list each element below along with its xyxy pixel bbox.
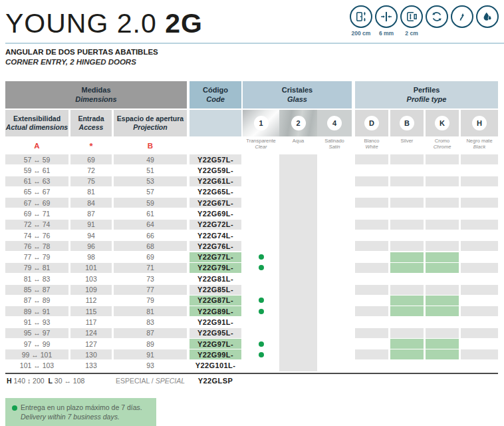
cell-clear-glass [243, 230, 279, 240]
footnote-en: Delivery within 7 business days. [21, 412, 150, 421]
cell-clear-glass [243, 263, 279, 273]
special-l-label: L [48, 377, 52, 385]
cell-access: 112 [70, 296, 112, 306]
special-label: ESPECIAL / SPECIAL [114, 377, 187, 385]
cell-clear-glass [243, 220, 279, 230]
group-header-code-en: Code [206, 95, 225, 105]
cell-satin-glass [317, 296, 352, 306]
cell-profile-chrome [426, 165, 459, 175]
profile-swatch-silver: B [390, 110, 424, 136]
feature-reversible [424, 5, 449, 37]
cell-access: 91 [70, 220, 112, 230]
glass-badge-4: 4 [327, 116, 342, 130]
glass-swatch-aqua: 2 [279, 110, 317, 136]
cell-profile-white [355, 220, 388, 230]
column-header-access: Entrada Access [70, 110, 112, 136]
cell-code: Y22G95L- [189, 328, 241, 338]
fast-delivery-dot-icon [259, 341, 264, 347]
cell-aqua-glass [279, 361, 317, 371]
opening-direction-icon [451, 5, 473, 28]
footnote-es: Entrega en un plazo máximo de 7 días. [21, 403, 142, 411]
table-row: 67 ↔ 698459Y22G67L- [5, 198, 498, 208]
glass-label-clear-en: Clear [255, 144, 267, 150]
cell-satin-glass [317, 165, 352, 175]
cell-profile-black [461, 241, 498, 251]
fast-delivery-dot-icon [259, 309, 264, 314]
group-header-profile-es: Perfiles [414, 86, 440, 95]
profile-label-white-es: Blanco [364, 138, 380, 144]
cell-aqua-glass [279, 349, 317, 359]
fast-delivery-dot-icon [259, 298, 264, 303]
column-header-projection-es: Espacio de apertura [117, 114, 184, 123]
cell-actual-dimensions: 101 ↔ 103 [5, 361, 68, 371]
cell-profile-white [355, 274, 388, 284]
cell-satin-glass [317, 349, 352, 359]
cell-satin-glass [317, 285, 352, 295]
cell-code: Y22G99L- [189, 349, 241, 359]
cell-access: 124 [70, 328, 112, 338]
cell-projection: 77 [114, 285, 187, 295]
group-header-dimensions-es: Medidas [81, 86, 110, 95]
group-header-dimensions-en: Dimensions [75, 95, 116, 105]
page-title: YOUNG 2.0 2G [5, 8, 203, 39]
cell-satin-glass [317, 230, 352, 240]
cell-code: Y22G85L- [189, 285, 241, 295]
cell-profile-silver [390, 263, 424, 273]
cell-profile-silver [390, 241, 424, 251]
cell-access: 103 [70, 274, 112, 284]
feature-door-height: 200 cm [348, 5, 374, 37]
table-row: 101 ↔ 10313393Y22G101L- [5, 361, 498, 371]
cell-profile-white [355, 230, 388, 240]
glass-swatch-clear: 1 [243, 110, 279, 136]
cell-access: 109 [70, 285, 112, 295]
cell-aqua-glass [279, 176, 317, 186]
cell-profile-black [461, 176, 498, 186]
profile-label-white: Blanco White [355, 138, 388, 154]
special-dimensions: H 140 ↕ 200 L 30 ↔ 108 [5, 377, 114, 385]
cell-code: Y22G67L- [189, 198, 241, 208]
cell-projection: 73 [114, 274, 187, 284]
cell-clear-glass [243, 361, 279, 371]
cell-satin-glass [317, 274, 352, 284]
cell-profile-silver [390, 176, 424, 186]
cell-profile-chrome [426, 339, 459, 349]
cell-code: Y22G74L- [189, 230, 241, 240]
special-code: Y22GLSP [189, 377, 241, 385]
cell-profile-silver [390, 306, 424, 316]
cell-satin-glass [317, 241, 352, 251]
cell-profile-chrome [426, 230, 459, 240]
cell-profile-black [461, 208, 498, 218]
feature-icon-strip: 200 cm 6 mm 2 cm [348, 5, 500, 37]
column-header-projection: Espacio de apertura Projection [114, 110, 187, 136]
cell-profile-white [355, 165, 388, 175]
cell-projection: 89 [114, 339, 187, 349]
footnote-es-line: Entrega en un plazo máximo de 7 días. [12, 403, 150, 412]
cell-clear-glass [243, 208, 279, 218]
cell-profile-chrome [426, 285, 459, 295]
cell-actual-dimensions: 76 ↔ 78 [5, 241, 68, 251]
cell-profile-black [461, 339, 498, 349]
cell-profile-chrome [426, 241, 459, 251]
profile-swatch-black: H [461, 110, 498, 136]
glass-badge-1: 1 [254, 116, 269, 130]
group-header-profile-en: Profile type [407, 95, 447, 105]
cell-profile-silver [390, 220, 424, 230]
special-h-value: 140 ↕ 200 [14, 377, 45, 385]
cell-clear-glass [243, 285, 279, 295]
cell-projection: 81 [114, 306, 187, 316]
table-row: 61 ↔ 637553Y22G61L- [5, 176, 498, 186]
cell-projection: 87 [114, 328, 187, 338]
cell-satin-glass [317, 339, 352, 349]
cell-satin-glass [317, 328, 352, 338]
cell-aqua-glass [279, 230, 317, 240]
cell-profile-white [355, 252, 388, 262]
table-row: 77 ↔ 799869Y22G77L- [5, 252, 498, 262]
cell-profile-black [461, 285, 498, 295]
profile-label-chrome-en: Chrome [434, 144, 451, 150]
cell-actual-dimensions: 67 ↔ 69 [5, 198, 68, 208]
feature-water-repellent [475, 5, 500, 37]
door-height-label: 200 cm [348, 30, 374, 37]
cell-clear-glass [243, 252, 279, 262]
cell-aqua-glass [279, 252, 317, 262]
cell-code: Y22G65L- [189, 187, 241, 197]
